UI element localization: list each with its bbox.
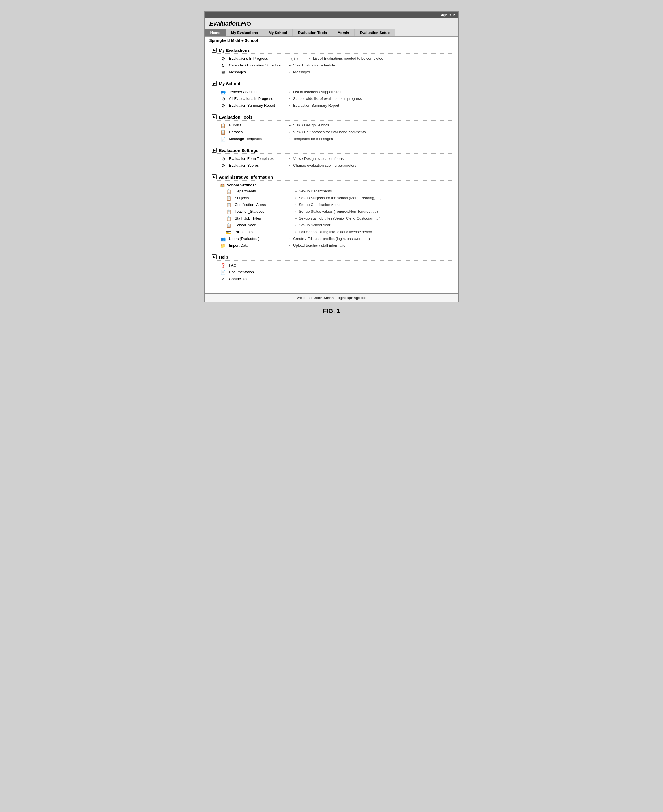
section-header-evaluation-tools[interactable]: ▶ Evaluation Tools	[212, 114, 452, 121]
calendar-icon: ↻	[220, 63, 226, 68]
figure-caption: FIG. 1	[204, 302, 459, 317]
list-item: ⚙ Evaluation Summary Report ← Evaluation…	[212, 102, 452, 109]
list-item: 📋 Rubrics ← View / Design Rubrics	[212, 122, 452, 129]
certification-areas-desc: ← Set-up Certification Areas	[294, 203, 341, 207]
faq-link[interactable]: FAQ	[229, 263, 286, 267]
school-year-link[interactable]: School_Year	[235, 223, 291, 227]
calendar-desc: ← View Evaluation schedule	[289, 63, 335, 67]
footer-welcome-text: Welcome,	[296, 295, 314, 300]
phrases-link[interactable]: Phrases	[229, 130, 286, 134]
tab-my-school[interactable]: My School	[263, 29, 292, 37]
section-header-help[interactable]: ▶ Help	[212, 254, 452, 261]
section-evaluation-settings: ▶ Evaluation Settings ⚙ Evaluation Form …	[212, 148, 452, 169]
phrases-desc: ← View / Edit phrases for evaluation com…	[289, 130, 366, 134]
import-data-link[interactable]: Import Data	[229, 243, 286, 247]
list-item: 📋 Departments ← Set-up Departments	[212, 188, 452, 195]
evaluations-in-progress-icon: ⚙	[220, 56, 226, 61]
billing-info-link[interactable]: Billing_Info	[235, 230, 291, 234]
section-title-help: Help	[219, 255, 228, 260]
list-item: ↻ Calendar / Evaluation Schedule ← View …	[212, 62, 452, 69]
teacher-staff-link[interactable]: Teacher / Staff List	[229, 90, 286, 94]
list-item: 📋 Teacher_Statuses ← Set-up Status value…	[212, 208, 452, 215]
sign-out-button[interactable]: Sign Out	[440, 13, 455, 17]
list-item: 📋 Subjects ← Set-up Subjects for the sch…	[212, 195, 452, 202]
documentation-link[interactable]: Documentation	[229, 270, 286, 274]
staff-job-titles-link[interactable]: Staff_Job_Titles	[235, 216, 291, 220]
section-my-evaluations: ▶ My Evaluations ⚙ Evaluations In Progre…	[212, 48, 452, 76]
list-item: ❓ FAQ	[212, 262, 452, 269]
list-item: 📋 School_Year ← Set-up School Year	[212, 222, 452, 229]
documentation-icon: 📄	[220, 270, 226, 275]
section-header-my-evaluations[interactable]: ▶ My Evaluations	[212, 48, 452, 54]
footer-login-label: . Login:	[334, 295, 347, 300]
tab-evaluation-tools[interactable]: Evaluation Tools	[292, 29, 332, 37]
list-item: 👥 Teacher / Staff List ← List of teacher…	[212, 89, 452, 95]
messages-link[interactable]: Messages	[229, 70, 286, 74]
departments-icon: 📋	[226, 189, 232, 194]
school-year-icon: 📋	[226, 223, 232, 228]
section-evaluation-tools: ▶ Evaluation Tools 📋 Rubrics ← View / De…	[212, 114, 452, 143]
calendar-link[interactable]: Calendar / Evaluation Schedule	[229, 63, 286, 67]
logo-row: Evaluation.Pro	[205, 18, 458, 27]
list-item: 📋 Certification_Areas ← Set-up Certifica…	[212, 202, 452, 208]
users-evaluators-link[interactable]: Users (Evaluators)	[229, 237, 286, 241]
certification-areas-link[interactable]: Certification_Areas	[235, 203, 291, 207]
tab-my-evaluations[interactable]: My Evaluations	[226, 29, 264, 37]
message-templates-link[interactable]: Message Templates	[229, 137, 286, 141]
tab-home[interactable]: Home	[205, 29, 226, 37]
evaluations-in-progress-desc: ← List of Evaluations needed to be compl…	[309, 56, 383, 61]
all-evaluations-link[interactable]: All Evaluations In Progress	[229, 97, 286, 101]
section-header-evaluation-settings[interactable]: ▶ Evaluation Settings	[212, 148, 452, 154]
eval-form-templates-icon: ⚙	[220, 157, 226, 161]
message-templates-icon: 📄	[220, 137, 226, 142]
main-window: Sign Out Evaluation.Pro Home My Evaluati…	[204, 11, 459, 302]
list-item: 📄 Message Templates ← Templates for mess…	[212, 136, 452, 143]
subjects-link[interactable]: Subjects	[235, 196, 291, 200]
list-item: ⚙ Evaluations In Progress ( 3 ) ← List o…	[212, 55, 452, 62]
school-settings-header: 🏫 School Settings:	[212, 182, 452, 188]
list-item: 📋 Phrases ← View / Edit phrases for eval…	[212, 129, 452, 136]
teacher-statuses-link[interactable]: Teacher_Statuses	[235, 209, 291, 214]
list-item: 💳 Billing_Info ← Edit School Billing inf…	[212, 229, 452, 236]
list-item: 📄 Documentation	[212, 269, 452, 276]
list-item: ✉ Messages ← Messages	[212, 69, 452, 76]
section-title-my-school: My School	[219, 81, 240, 86]
list-item: 📋 Staff_Job_Titles ← Set-up staff job ti…	[212, 215, 452, 222]
contact-us-link[interactable]: Contact Us	[229, 277, 286, 281]
section-title-evaluation-tools: Evaluation Tools	[219, 115, 253, 119]
rubrics-icon: 📋	[220, 123, 226, 128]
school-year-desc: ← Set-up School Year	[294, 223, 330, 227]
eval-summary-desc: ← Evaluation Summary Report	[289, 103, 339, 108]
section-admin-info: ▶ Administrative Information 🏫 School Se…	[212, 174, 452, 249]
eval-summary-link[interactable]: Evaluation Summary Report	[229, 103, 286, 108]
staff-job-titles-icon: 📋	[226, 216, 232, 221]
footer-login-val: springfield.	[347, 295, 367, 300]
section-expand-icon: ▶	[212, 148, 217, 153]
staff-job-titles-desc: ← Set-up staff job titles (Senior Clerk,…	[294, 216, 381, 220]
evaluations-in-progress-link[interactable]: Evaluations In Progress	[229, 56, 286, 61]
list-item: ✎ Contact Us	[212, 276, 452, 283]
section-help: ▶ Help ❓ FAQ 📄 Documentation ✎ Contact U…	[212, 254, 452, 283]
header-bar: Sign Out	[205, 12, 458, 18]
eval-scores-link[interactable]: Evaluation Scores	[229, 163, 286, 168]
nav-area: Evaluation.Pro Home My Evaluations My Sc…	[205, 18, 458, 37]
tab-admin[interactable]: Admin	[332, 29, 354, 37]
footer-username: John Smith	[314, 295, 334, 300]
certification-areas-icon: 📋	[226, 203, 232, 208]
section-title-evaluation-settings: Evaluation Settings	[219, 148, 258, 153]
message-templates-desc: ← Templates for messages	[289, 137, 333, 141]
school-name-bar: Springfield Middle School	[205, 37, 458, 44]
tab-evaluation-setup[interactable]: Evaluation Setup	[354, 29, 395, 37]
eval-form-templates-desc: ← View / Design evaluation forms	[289, 157, 344, 161]
rubrics-desc: ← View / Design Rubrics	[289, 123, 329, 128]
section-header-my-school[interactable]: ▶ My School	[212, 81, 452, 87]
section-expand-icon: ▶	[212, 114, 217, 119]
subjects-desc: ← Set-up Subjects for the school (Math, …	[294, 196, 382, 200]
rubrics-link[interactable]: Rubrics	[229, 123, 286, 128]
eval-form-templates-link[interactable]: Evaluation Form Templates	[229, 157, 286, 161]
phrases-icon: 📋	[220, 130, 226, 135]
eval-scores-icon: ⚙	[220, 163, 226, 168]
departments-link[interactable]: Departments	[235, 189, 291, 193]
section-header-admin-info[interactable]: ▶ Administrative Information	[212, 174, 452, 181]
school-settings-icon: 🏫	[220, 183, 225, 187]
